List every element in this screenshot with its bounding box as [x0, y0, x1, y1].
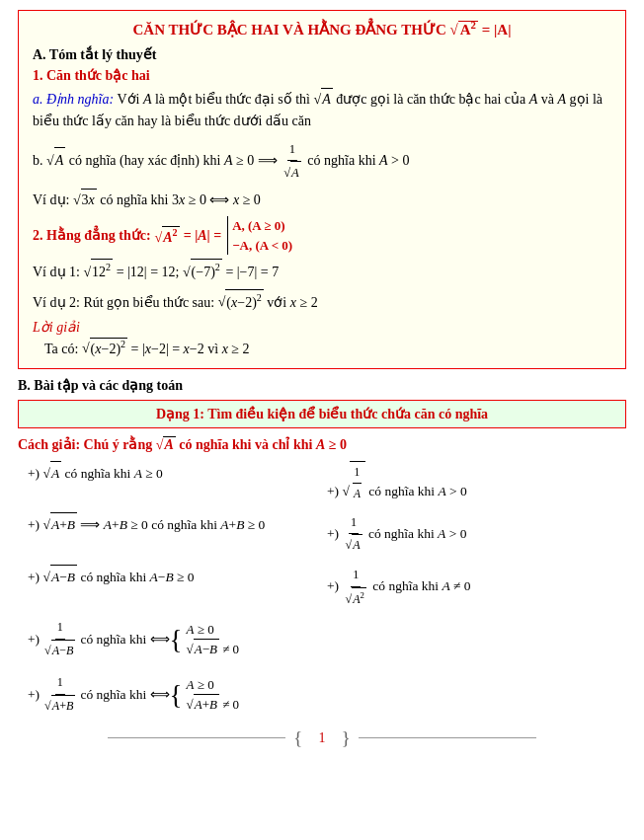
sqrt-1-over-A: √1A — [342, 461, 364, 503]
hdl-eq: = |A| = — [184, 228, 221, 244]
frac-1-sqrt-ApB: 1 √A+B — [42, 672, 77, 718]
footer-line-left — [108, 737, 285, 738]
piecewise-ApB-row2: √A+B ≠ 0 — [187, 694, 240, 715]
vd1-text: có nghĩa khi 3x ≥ 0 ⟺ x ≥ 0 — [100, 192, 261, 207]
condition-b-label: b. — [33, 153, 46, 168]
sqrt-x-2-sq-2: √(x−2)2 — [82, 338, 127, 357]
def-label: a. Định nghĩa: — [33, 92, 114, 107]
ex-item-1-left: +) √A có nghĩa khi A ≥ 0 — [28, 461, 317, 503]
footer-line-right — [359, 737, 536, 738]
sqrt-neg7sq: √(−7)2 — [183, 259, 222, 283]
bottom-ex1-row: +) 1 √A−B có nghĩa khi ⟺ { A ≥ 0 √A−B ≠ … — [28, 617, 626, 662]
piecewise-ApB: A ≥ 0 √A+B ≠ 0 — [185, 675, 240, 715]
sqrt-x-2-sq: √(x−2)2 — [218, 289, 264, 314]
ex-item-3-left: +) √A−B có nghĩa khi A−B ≥ 0 — [28, 565, 317, 611]
bottom-ex2-prefix: +) — [28, 683, 40, 707]
piecewise-ApB-row1: A ≥ 0 — [187, 675, 240, 695]
main-title: CĂN THỨC BẬC HAI VÀ HẰNG ĐẲNG THỨC √A2 =… — [33, 19, 611, 38]
cach-giai-text: Chú ý rằng — [84, 437, 156, 452]
bottom-ex1-prefix: +) — [28, 628, 40, 651]
bottom-ex1-text: có nghĩa khi ⟺ — [80, 628, 169, 651]
ex-item-2-left: +) √A+B ⟹ A+B ≥ 0 có nghĩa khi A+B ≥ 0 — [28, 512, 317, 558]
piecewise-AmB-row1: A ≥ 0 — [187, 620, 240, 640]
bottom-piecewise-section: +) 1 √A−B có nghĩa khi ⟺ { A ≥ 0 √A−B ≠ … — [18, 617, 626, 718]
frac-1-sqrt-AmB: 1 √A−B — [42, 617, 77, 662]
cach-giai-rest: có nghĩa khi và chỉ khi A ≥ 0 — [179, 437, 347, 452]
ex1-label: Ví dụ 1: — [33, 265, 83, 279]
title-text: CĂN THỨC BẬC HAI VÀ HẰNG ĐẲNG THỨC — [132, 22, 445, 38]
cach-giai-label: Cách giải: — [18, 437, 80, 452]
footer-brace-left: { — [293, 727, 302, 749]
brace-1: { — [170, 628, 183, 651]
hdl-label: 2. Hằng đẳng thức: — [33, 227, 151, 244]
sqrt-A-cg: √A — [156, 436, 176, 453]
piecewise-row-2: −A, (A < 0) — [232, 236, 292, 256]
sqrt-3x: √3x — [73, 189, 97, 211]
ex-item-3-right: +) 1 √A2 có nghĩa khi A ≠ 0 — [327, 565, 616, 611]
ex2-paragraph: Ví dụ 2: Rút gọn biểu thức sau: √(x−2)2 … — [33, 289, 611, 314]
sqrt-A2: √A2 — [155, 226, 180, 246]
ta-co-text: Ta có: — [44, 341, 82, 355]
frac-1-sqrtA2: 1 √A2 — [343, 565, 367, 611]
condition-paragraph: b. √A có nghĩa (hay xác định) khi A ≥ 0 … — [33, 138, 611, 185]
brace-2: { — [170, 683, 183, 707]
main-theory-box: CĂN THỨC BẬC HAI VÀ HẰNG ĐẲNG THỨC √A2 =… — [18, 10, 626, 369]
def-text: Với A là một biểu thức đại số thì √A đượ… — [33, 92, 603, 128]
vd1-paragraph: Ví dụ: √3x có nghĩa khi 3x ≥ 0 ⟺ x ≥ 0 — [33, 189, 611, 211]
ta-co-line: Ta có: √(x−2)2 = |x−2| = x−2 vì x ≥ 2 — [44, 338, 611, 357]
page-footer: { 1 } — [18, 727, 626, 749]
section-a-header: A. Tóm tắt lý thuyết — [33, 46, 611, 63]
ex1-part2: = |−7| = 7 — [225, 265, 279, 279]
piecewise-AmB-row2: √A−B ≠ 0 — [187, 639, 240, 659]
ex-item-1-right: +) √1A có nghĩa khi A > 0 — [327, 461, 616, 503]
ex1-part1: = |12| = 12; — [117, 265, 183, 279]
condition-rest: có nghĩa khi A > 0 — [307, 153, 409, 168]
sqrt-A-ex1: √A — [42, 461, 61, 486]
ta-co-formula: = |x−2| = x−2 vì x ≥ 2 — [131, 341, 250, 355]
dang1-box: Dạng 1: Tìm điều kiện để biểu thức chứa … — [18, 400, 626, 428]
subsection-1-header: 1. Căn thức bậc hai — [33, 67, 611, 84]
loi-giai-label: Lời giải — [33, 319, 611, 336]
sqrt-A: √A — [313, 88, 332, 111]
ex2-label: Ví dụ 2: Rút gọn biểu thức sau: — [33, 294, 218, 309]
sqrt-12sq: √122 — [83, 259, 113, 283]
vd-label: Ví dụ: — [33, 192, 73, 207]
frac-1-sqrtA: 1 √A — [282, 138, 303, 185]
condition-text: có nghĩa (hay xác định) khi A ≥ 0 ⟹ — [69, 153, 281, 168]
footer-brace-right: } — [342, 727, 351, 749]
piecewise-row-1: A, (A ≥ 0) — [232, 216, 292, 236]
subsection-2-header: 2. Hằng đẳng thức: √A2 = |A| = A, (A ≥ 0… — [33, 216, 611, 255]
piecewise-AmB: A ≥ 0 √A−B ≠ 0 — [185, 620, 240, 659]
cach-giai-line: Cách giải: Chú ý rằng √A có nghĩa khi và… — [18, 436, 626, 453]
title-formula: √A2 = |A| — [450, 21, 512, 38]
bottom-ex2-text: có nghĩa khi ⟺ — [80, 683, 169, 707]
sqrt-ApB: √A+B — [42, 512, 77, 537]
sqrt-A-cond: √A — [46, 147, 65, 173]
ex-item-2-right: +) 1 √A có nghĩa khi A > 0 — [327, 512, 616, 558]
piecewise-block: A, (A ≥ 0) −A, (A < 0) — [227, 216, 292, 255]
sqrt-AmB: √A−B — [42, 565, 77, 589]
ex1-paragraph: Ví dụ 1: √122 = |12| = 12; √(−7)2 = |−7|… — [33, 259, 611, 283]
section-b-header: B. Bài tập và các dạng toán — [18, 377, 626, 394]
definition-paragraph: a. Định nghĩa: Với A là một biểu thức đạ… — [33, 88, 611, 133]
frac-1-sqrtA-r2: 1 √A — [343, 512, 363, 558]
page-number: 1 — [311, 730, 334, 746]
bottom-ex2-row: +) 1 √A+B có nghĩa khi ⟺ { A ≥ 0 √A+B ≠ … — [28, 672, 626, 718]
ex2-text: với x ≥ 2 — [267, 294, 317, 309]
examples-grid: +) √A có nghĩa khi A ≥ 0 +) √1A có nghĩa… — [18, 461, 626, 611]
